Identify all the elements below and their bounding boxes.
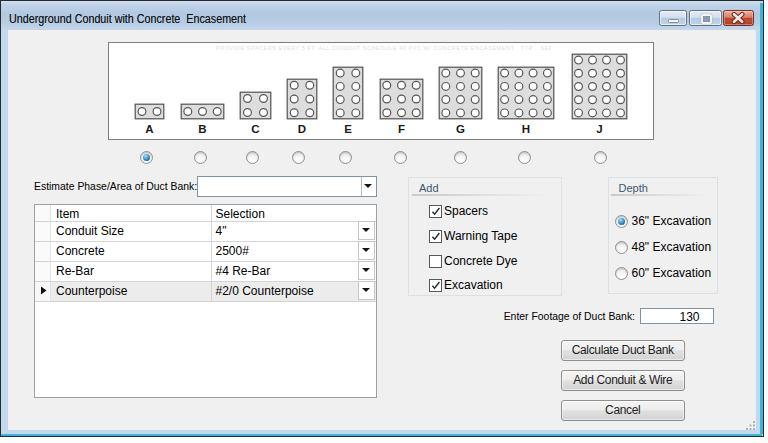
svg-text:F: F bbox=[397, 123, 404, 135]
svg-text:G: G bbox=[456, 123, 465, 135]
svg-text:A: A bbox=[145, 123, 153, 135]
svg-text:D: D bbox=[297, 123, 305, 135]
svg-text:E: E bbox=[344, 123, 352, 135]
svg-text:H: H bbox=[521, 123, 529, 135]
svg-text:J: J bbox=[596, 123, 602, 135]
svg-text:B: B bbox=[198, 123, 206, 135]
svg-text:C: C bbox=[251, 123, 259, 135]
